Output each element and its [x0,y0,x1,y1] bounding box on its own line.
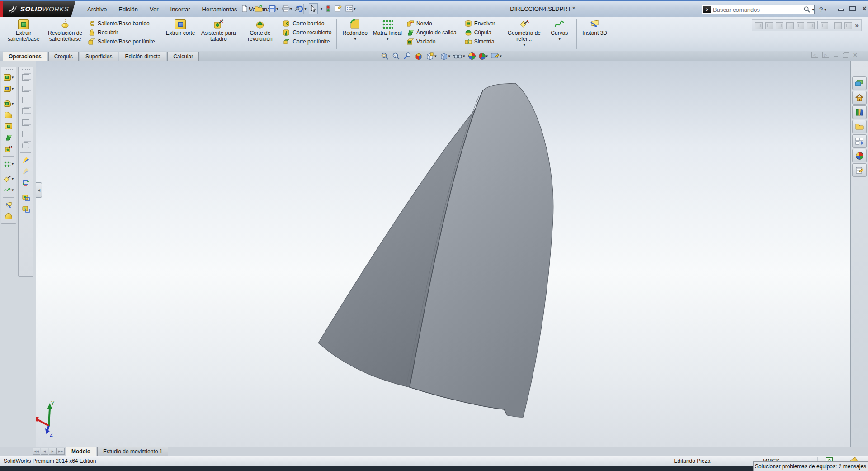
mirror-button[interactable]: Simetría [462,38,498,46]
wrap-button[interactable]: Envolver [462,19,498,28]
hide-show-items-button[interactable]: ▾ [453,52,466,60]
sketch-tool[interactable] [19,155,32,165]
caret-down-icon[interactable]: ▾ [290,6,292,11]
swept-cut-button[interactable]: Corte barrido [281,19,334,28]
apply-scene-button[interactable]: ▾ [478,52,489,60]
print-button[interactable]: ▾ [281,3,294,14]
curves-caret-icon[interactable]: ▾ [559,36,561,42]
tab-modelo[interactable]: Modelo [66,447,96,456]
planar-surface-tool[interactable] [19,204,32,214]
menu-archivo[interactable]: Archivo [81,4,113,15]
dome-tool[interactable] [2,211,15,221]
view-cube-tool[interactable] [19,72,32,82]
tab-edicion-directa[interactable]: Edición directa [119,52,166,61]
minimize-button[interactable] [837,5,844,12]
part-3d-model[interactable] [36,61,850,447]
section-view-button[interactable] [414,52,424,61]
view-cube-tool[interactable] [19,84,32,94]
hole-wizard-button[interactable]: Asistente para taladro [198,18,239,43]
search-caret-icon[interactable]: ▾ [812,7,814,12]
maximize-button[interactable] [849,5,856,12]
caret-down-icon[interactable]: ▾ [354,6,356,11]
extrude-boss-button[interactable]: Extruir saliente/base [3,18,44,43]
caret-down-icon[interactable]: ▾ [276,6,278,11]
open-document-button[interactable]: ▾ [253,3,267,14]
nav-prev-button[interactable]: ◀ [41,448,48,455]
instant3d-button[interactable]: Instant 3D [580,18,610,38]
revolve-cut-button[interactable]: Corte de revolución [239,18,281,43]
more-tools-chevron-icon[interactable]: » [855,22,859,29]
sketch-add-tool[interactable] [19,167,32,176]
doc-restore-button[interactable] [843,52,849,58]
draft-tool[interactable] [2,133,15,143]
extrude-boss-tool[interactable]: ▾ [2,72,15,82]
view-cube-tool[interactable] [19,129,32,139]
loft-cut-button[interactable]: Corte recubierto [281,29,334,37]
tab-superficies[interactable]: Superficies [80,52,118,61]
resources-button[interactable] [852,76,867,90]
custom-properties-button[interactable] [852,163,867,177]
menu-ver[interactable]: Ver [144,4,165,15]
caret-down-icon[interactable]: ▾ [304,6,307,11]
linear-pattern-button[interactable]: Matriz lineal ▾ [370,18,405,43]
swept-boss-button[interactable]: Saliente/Base barrido [86,19,157,28]
instant3d-tool[interactable] [2,200,15,210]
featuremanager-splitter[interactable]: ◀ [36,182,42,198]
search-input[interactable] [713,6,803,13]
caret-down-icon[interactable]: ▾ [249,6,251,11]
view-cube-tool[interactable] [19,106,32,116]
caret-down-icon[interactable]: ▾ [500,54,502,58]
view-shape-tool[interactable] [19,140,32,150]
reference-geometry-tool[interactable]: ▾ [2,174,15,184]
close-button[interactable]: × [861,5,868,12]
rib-tool[interactable] [2,110,15,120]
curves-tool[interactable]: ▾ [2,185,15,195]
reference-geometry-button[interactable]: Geometría de refer... ▾ [503,18,545,49]
help-caret-icon[interactable]: ▾ [824,7,826,12]
loft-boss-button[interactable]: Recubrir [86,29,157,37]
convert-entities-tool[interactable] [19,178,32,188]
design-library-button[interactable] [852,105,867,119]
file-explorer-button[interactable] [852,120,867,133]
doc-close-button[interactable]: × [853,52,857,58]
fillet-caret-icon[interactable]: ▾ [354,36,356,42]
search-icon[interactable] [803,6,811,13]
menu-herramientas[interactable]: Herramientas [196,4,243,15]
caret-down-icon[interactable]: ▾ [463,54,465,58]
hole-wizard-tool[interactable] [2,144,15,154]
extruded-surface-tool[interactable] [19,193,32,203]
reference-geometry-caret-icon[interactable]: ▾ [524,42,526,48]
tab-calcular[interactable]: Calcular [167,52,199,61]
home-button[interactable] [852,91,867,105]
split-right-button[interactable]: ▷ [822,52,829,58]
appearances-button[interactable] [852,149,867,162]
linear-pattern-tool[interactable]: ▾ [2,159,15,169]
draft-button[interactable]: Ángulo de salida [405,29,459,37]
rib-button[interactable]: Nervio [405,19,459,28]
tab-operaciones[interactable]: Operaciones [3,52,47,61]
file-properties-button[interactable] [333,3,343,14]
tab-croquis[interactable]: Croquis [48,52,79,61]
shell-button[interactable]: Vaciado [405,38,459,46]
boundary-cut-button[interactable]: Corte por límite [281,38,334,46]
extrude-cut-tool[interactable]: ▾ [2,84,15,94]
notification-tooltip[interactable]: Solucionar problemas de equipos: 2 mensa… [753,461,868,471]
view-cube-tool[interactable] [19,118,32,128]
select-tool-button[interactable] [309,3,318,14]
view-settings-button[interactable]: ▾ [490,52,503,60]
linear-pattern-caret-icon[interactable]: ▾ [387,36,389,42]
extrude-cut-button[interactable]: Extruir corte [163,18,198,38]
zoom-fit-button[interactable] [380,52,390,61]
caret-down-icon[interactable]: ▾ [448,54,451,58]
options-button[interactable]: ▾ [344,3,357,14]
revolve-boss-button[interactable]: Revolución de saliente/base [44,18,86,43]
select-tool-caret[interactable]: ▾ [319,3,324,14]
new-document-button[interactable]: ▾ [240,3,252,14]
view-palette-button[interactable] [852,134,867,148]
curves-button[interactable]: Curvas ▾ [545,18,574,43]
edit-appearance-button[interactable] [467,52,476,60]
nav-last-button[interactable]: ▶▶ [57,448,65,455]
dome-button[interactable]: Cúpula [462,29,498,37]
previous-view-button[interactable] [402,52,412,61]
nav-next-button[interactable]: ▶ [49,448,57,455]
